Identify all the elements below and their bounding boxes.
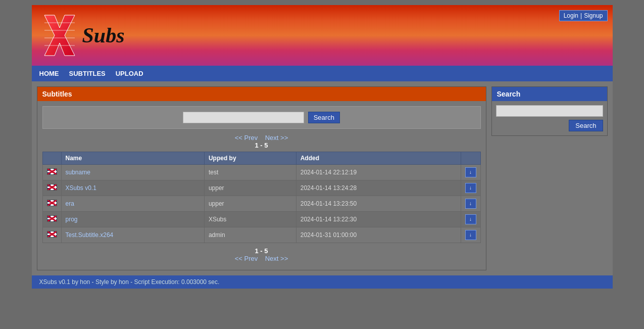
col-added: Added <box>296 152 461 165</box>
login-link[interactable]: Login <box>564 12 578 19</box>
name-cell: prog <box>61 212 204 227</box>
site-header: Login | Signup Subs <box>32 5 613 66</box>
main-nav: HOME SUBTITLES UPLOAD <box>32 66 613 81</box>
name-cell: Test.Subtitle.x264 <box>61 227 204 243</box>
flag-uk-icon <box>47 215 57 222</box>
subtitle-name-link[interactable]: XSubs v0.1 <box>66 184 96 192</box>
download-cell: ↓ <box>461 180 480 196</box>
subtitle-name-link[interactable]: subname <box>66 169 90 176</box>
download-cell: ↓ <box>461 196 480 212</box>
footer-text: XSubs v0.1 by hon - Style by hon - Scrip… <box>39 278 220 286</box>
prev-page-link-top[interactable]: << Prev <box>235 134 258 142</box>
download-cell: ↓ <box>461 212 480 227</box>
page-range-bottom: 1 - 5 <box>255 247 268 255</box>
upped-by-cell: upper <box>204 180 296 196</box>
subtitles-table: Name Upped by Added subnametest2024-01-1… <box>42 152 481 243</box>
table-row: XSubs v0.1upper2024-01-14 13:24:28↓ <box>42 180 480 196</box>
download-icon[interactable]: ↓ <box>465 230 476 240</box>
subtitle-name-link[interactable]: prog <box>66 216 78 223</box>
table-row: eraupper2024-01-14 13:23:50↓ <box>42 196 480 212</box>
subtitles-panel-body: Search << Prev Next >> 1 - 5 <box>37 101 486 270</box>
search-panel-body: Search <box>492 101 607 135</box>
added-cell: 2024-01-14 13:22:30 <box>296 212 461 227</box>
upped-by-cell: XSubs <box>204 212 296 227</box>
nav-item-upload[interactable]: UPLOAD <box>116 70 143 77</box>
added-cell: 2024-01-14 13:23:50 <box>296 196 461 212</box>
name-cell: era <box>61 196 204 212</box>
flag-cell <box>42 165 61 180</box>
added-cell: 2024-01-14 13:24:28 <box>296 180 461 196</box>
search-panel-header: Search <box>492 87 607 101</box>
col-action <box>461 152 480 165</box>
search-panel: Search Search <box>491 86 608 136</box>
site-title: Subs <box>82 23 125 48</box>
download-icon[interactable]: ↓ <box>465 199 476 209</box>
flag-cell <box>42 196 61 212</box>
subtitles-tbody: subnametest2024-01-14 22:12:19↓XSubs v0.… <box>42 165 480 243</box>
added-cell: 2024-01-14 22:12:19 <box>296 165 461 180</box>
site-logo: Subs <box>42 13 125 58</box>
site-footer: XSubs v0.1 by hon - Style by hon - Scrip… <box>32 275 613 289</box>
table-row: progXSubs2024-01-14 13:22:30↓ <box>42 212 480 227</box>
auth-links: Login | Signup <box>559 10 608 21</box>
table-row: subnametest2024-01-14 22:12:19↓ <box>42 165 480 180</box>
subtitles-table-wrapper: Name Upped by Added subnametest2024-01-1… <box>42 152 481 243</box>
page-range-top: 1 - 5 <box>255 142 268 149</box>
table-header-row: Name Upped by Added <box>42 152 480 165</box>
svg-marker-0 <box>44 15 75 56</box>
download-icon[interactable]: ↓ <box>465 167 476 177</box>
table-row: Test.Subtitle.x264admin2024-01-31 01:00:… <box>42 227 480 243</box>
upped-by-cell: admin <box>204 227 296 243</box>
flag-uk-icon <box>47 231 57 238</box>
subtitle-search-button[interactable]: Search <box>308 112 340 123</box>
flag-uk-icon <box>47 168 57 175</box>
next-page-link-bottom[interactable]: Next >> <box>265 255 288 262</box>
separator: | <box>580 12 582 19</box>
flag-cell <box>42 180 61 196</box>
subtitles-panel-header: Subtitles <box>37 87 486 101</box>
subtitle-search-input[interactable] <box>183 112 304 123</box>
upped-by-cell: test <box>204 165 296 180</box>
download-cell: ↓ <box>461 165 480 180</box>
flag-cell <box>42 212 61 227</box>
added-cell: 2024-01-31 01:00:00 <box>296 227 461 243</box>
pagination-bottom: 1 - 5 << Prev Next >> <box>42 247 481 262</box>
subtitle-search-form: Search <box>42 106 481 129</box>
download-icon[interactable]: ↓ <box>465 214 476 224</box>
prev-page-link-bottom[interactable]: << Prev <box>235 255 258 262</box>
signup-link[interactable]: Signup <box>584 12 603 19</box>
subtitle-name-link[interactable]: Test.Subtitle.x264 <box>66 231 114 239</box>
main-content: Subtitles Search << Prev Next >> 1 - 5 <box>32 81 613 275</box>
subtitles-panel: Subtitles Search << Prev Next >> 1 - 5 <box>37 86 486 270</box>
pagination-top: << Prev Next >> 1 - 5 <box>42 134 481 149</box>
search-panel-button[interactable]: Search <box>569 120 603 131</box>
col-flag <box>42 152 61 165</box>
search-panel-title: Search <box>497 90 521 98</box>
nav-item-home[interactable]: HOME <box>39 70 59 77</box>
flag-uk-icon <box>47 200 57 206</box>
flag-cell <box>42 227 61 243</box>
subtitles-panel-title: Subtitles <box>42 90 72 98</box>
download-cell: ↓ <box>461 227 480 243</box>
subtitle-name-link[interactable]: era <box>66 200 74 207</box>
download-icon[interactable]: ↓ <box>465 183 476 193</box>
name-cell: XSubs v0.1 <box>61 180 204 196</box>
nav-item-subtitles[interactable]: SUBTITLES <box>69 70 106 77</box>
search-panel-input[interactable] <box>496 105 603 117</box>
name-cell: subname <box>61 165 204 180</box>
flag-uk-icon <box>47 184 57 191</box>
col-upped-by: Upped by <box>204 152 296 165</box>
col-name: Name <box>61 152 204 165</box>
next-page-link-top[interactable]: Next >> <box>265 134 288 142</box>
logo-x-icon <box>42 13 77 58</box>
upped-by-cell: upper <box>204 196 296 212</box>
